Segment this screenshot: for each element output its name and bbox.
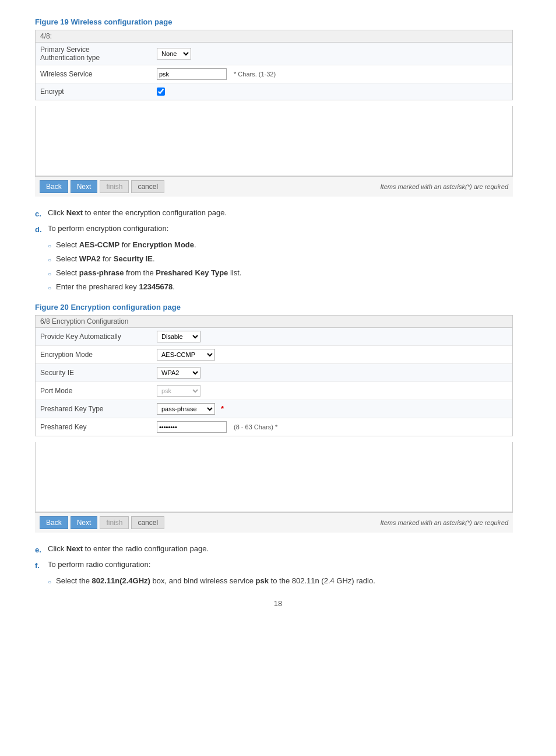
auth-label: Primary ServiceAuthentication type [40,46,157,62]
figure20-header: 6/8 Encryption Configuration [36,316,512,328]
figure19-title: Figure 19 Wireless configuration page [35,18,521,26]
providekey-control: Disable Enable [157,331,200,342]
back-button-1[interactable]: Back [40,180,68,193]
providekey-select[interactable]: Disable Enable [157,331,200,342]
config-row-security: Security IE WPA2 WPA WPA+WPA2 [36,364,512,382]
providekey-label: Provide Key Automatically [40,332,157,341]
presharedkey-hint: (8 - 63 Chars) * [234,424,277,430]
inst-e: e. Click Next to enter the radio configu… [35,543,521,556]
config-row-portmode: Port Mode psk 802.1x [36,382,512,400]
encrypt-checkbox[interactable] [157,88,165,96]
config-row-encmode: Encryption Mode AES-CCMP TKIP AES-CCMP+T… [36,346,512,364]
auth-select[interactable]: None WPA WPA2 WEP [157,48,191,60]
inst-c: c. Click Next to enter the encryption co… [35,207,521,220]
next-button-1[interactable]: Next [71,180,98,193]
figure19-empty [35,106,513,176]
inst-bullet-key: ○ Enter the preshared key 12345678. [35,281,521,293]
security-select[interactable]: WPA2 WPA WPA+WPA2 [157,367,200,379]
inst-bullet-passphrase: ○ Select pass-phrase from the Preshared … [35,267,521,279]
bullet-passphrase-icon: ○ [48,269,51,279]
inst-d-letter: d. [35,223,48,236]
figure20-title: Figure 20 Encryption configuration page [35,303,521,312]
portmode-select[interactable]: psk 802.1x [157,385,200,397]
config-row-wireless: Wireless Service * Chars. (1-32) [36,65,512,83]
bullet-passphrase-text: Select pass-phrase from the Preshared Ke… [56,267,241,279]
btn-bar-2: Back Next finish cancel Items marked wit… [35,512,513,533]
inst-e-letter: e. [35,543,48,556]
encrypt-control [157,88,165,96]
inst-bullet-80211n: ○ Select the 802.11n(2.4GHz) box, and bi… [35,575,521,587]
inst-f: f. To perform radio configuration: [35,559,521,572]
bullet-aes-text: Select AES-CCMP for Encryption Mode. [56,239,196,251]
figure20-empty [35,442,513,512]
bullet-wpa2-icon: ○ [48,255,51,265]
wireless-control: * Chars. (1-32) [157,68,276,80]
next-button-2[interactable]: Next [71,516,98,529]
inst-bullet-aes: ○ Select AES-CCMP for Encryption Mode. [35,239,521,251]
btn-bar-1-hint: Items marked with an asterisk(*) are req… [381,183,508,190]
inst-e-text: Click Next to enter the radio configurat… [48,543,209,555]
bullet-wpa2-text: Select WPA2 for Security IE. [56,253,155,265]
figure19-config-box: 4/8: Primary ServiceAuthentication type … [35,30,513,100]
inst-f-text: To perform radio configuration: [48,559,150,571]
finish-button-1[interactable]: finish [100,180,129,193]
encmode-select[interactable]: AES-CCMP TKIP AES-CCMP+TKIP [157,349,215,360]
keytype-req: * [221,404,224,413]
config-row-auth: Primary ServiceAuthentication type None … [36,43,512,65]
bullet-aes-icon: ○ [48,241,51,251]
page-number: 18 [35,599,521,608]
encrypt-label: Encrypt [40,88,157,96]
config-row-keytype: Preshared Key Type pass-phrase hex * [36,400,512,418]
encmode-label: Encryption Mode [40,351,157,359]
config-row-presharedkey: Preshared Key (8 - 63 Chars) * [36,418,512,436]
bullet-80211n-text: Select the 802.11n(2.4GHz) box, and bind… [56,575,375,587]
figure19-header: 4/8: [36,30,512,43]
encmode-control: AES-CCMP TKIP AES-CCMP+TKIP [157,349,215,360]
portmode-control: psk 802.1x [157,385,200,397]
inst-bullet-wpa2: ○ Select WPA2 for Security IE. [35,253,521,265]
inst-c-text: Click Next to enter the encryption confi… [48,207,227,219]
portmode-label: Port Mode [40,387,157,395]
inst-d: d. To perform encryption configuration: [35,223,521,236]
presharedkey-label: Preshared Key [40,423,157,431]
inst-d-text: To perform encryption configuration: [48,223,168,235]
back-button-2[interactable]: Back [40,516,68,529]
wireless-label: Wireless Service [40,70,157,78]
config-row-encrypt: Encrypt [36,83,512,100]
inst-f-letter: f. [35,559,48,572]
figure20-config-box: 6/8 Encryption Configuration Provide Key… [35,315,513,436]
presharedkey-input[interactable] [157,421,227,433]
auth-control: None WPA WPA2 WEP [157,48,191,60]
security-control: WPA2 WPA WPA+WPA2 [157,367,200,379]
presharedkey-control: (8 - 63 Chars) * [157,421,277,433]
security-label: Security IE [40,369,157,377]
bullet-key-icon: ○ [48,283,51,293]
btn-bar-1: Back Next finish cancel Items marked wit… [35,176,513,197]
keytype-select[interactable]: pass-phrase hex [157,403,215,415]
wireless-input[interactable] [157,68,227,80]
cancel-button-2[interactable]: cancel [131,516,164,529]
config-row-providekey: Provide Key Automatically Disable Enable [36,328,512,346]
wireless-hint: * Chars. (1-32) [234,71,276,78]
inst-c-letter: c. [35,207,48,220]
btn-bar-2-hint: Items marked with an asterisk(*) are req… [381,519,508,526]
keytype-control: pass-phrase hex * [157,403,224,415]
cancel-button-1[interactable]: cancel [131,180,164,193]
finish-button-2[interactable]: finish [100,516,129,529]
instructions-2: e. Click Next to enter the radio configu… [35,543,521,587]
bullet-key-text: Enter the preshared key 12345678. [56,281,175,293]
instructions-1: c. Click Next to enter the encryption co… [35,207,521,293]
bullet-80211n-icon: ○ [48,577,51,587]
keytype-label: Preshared Key Type [40,405,157,413]
